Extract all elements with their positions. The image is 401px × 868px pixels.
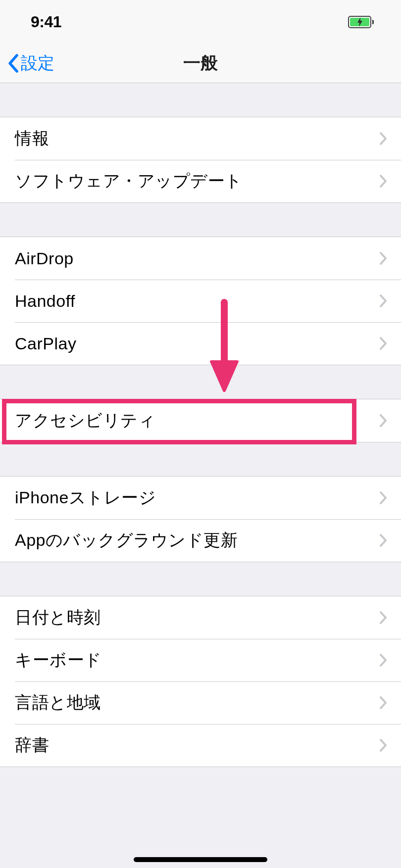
group-spacer [0, 562, 401, 596]
page-title: 一般 [183, 51, 218, 75]
chevron-right-icon [379, 414, 387, 428]
chevron-left-icon [7, 53, 19, 73]
row-label: アクセシビリティ [15, 409, 155, 432]
chevron-right-icon [379, 251, 387, 265]
group-spacer [0, 83, 401, 117]
chevron-right-icon [379, 738, 387, 752]
row-background-app-refresh[interactable]: Appのバックグラウンド更新 [0, 519, 401, 562]
row-label: iPhoneストレージ [15, 486, 156, 509]
chevron-right-icon [379, 653, 387, 667]
row-about[interactable]: 情報 [0, 117, 401, 160]
battery-indicator [348, 16, 374, 28]
settings-group-4: iPhoneストレージ Appのバックグラウンド更新 [0, 476, 401, 562]
row-label: 日付と時刻 [15, 606, 101, 629]
group-spacer [0, 203, 401, 237]
row-label: CarPlay [15, 334, 76, 353]
row-language-region[interactable]: 言語と地域 [0, 681, 401, 724]
status-time: 9:41 [31, 13, 61, 31]
row-label: 辞書 [15, 734, 49, 757]
chevron-right-icon [379, 294, 387, 308]
home-indicator[interactable] [134, 857, 267, 862]
row-dictionary[interactable]: 辞書 [0, 724, 401, 767]
navigation-bar: 設定 一般 [0, 44, 401, 83]
row-label: 言語と地域 [15, 691, 101, 714]
settings-group-3: アクセシビリティ [0, 399, 401, 442]
row-iphone-storage[interactable]: iPhoneストレージ [0, 477, 401, 519]
row-label: 情報 [15, 127, 49, 150]
row-label: Appのバックグラウンド更新 [15, 529, 238, 552]
row-accessibility[interactable]: アクセシビリティ [0, 399, 401, 442]
row-software-update[interactable]: ソフトウェア・アップデート [0, 160, 401, 202]
chevron-right-icon [379, 533, 387, 547]
row-label: AirDrop [15, 249, 74, 268]
row-keyboard[interactable]: キーボード [0, 639, 401, 681]
back-label: 設定 [21, 52, 54, 75]
chevron-right-icon [379, 174, 387, 188]
battery-charging-icon [356, 17, 363, 27]
row-date-time[interactable]: 日付と時刻 [0, 596, 401, 639]
settings-content[interactable]: 情報 ソフトウェア・アップデート AirDrop Handoff CarPlay… [0, 83, 401, 868]
row-label: キーボード [15, 649, 102, 672]
group-spacer [0, 365, 401, 399]
row-label: Handoff [15, 291, 75, 311]
row-carplay[interactable]: CarPlay [0, 322, 401, 365]
chevron-right-icon [379, 696, 387, 710]
row-label: ソフトウェア・アップデート [15, 170, 243, 193]
chevron-right-icon [379, 132, 387, 145]
settings-group-1: 情報 ソフトウェア・アップデート [0, 117, 401, 203]
settings-group-5: 日付と時刻 キーボード 言語と地域 辞書 [0, 596, 401, 767]
chevron-right-icon [379, 491, 387, 505]
settings-group-2: AirDrop Handoff CarPlay [0, 237, 401, 365]
row-airdrop[interactable]: AirDrop [0, 237, 401, 280]
chevron-right-icon [379, 611, 387, 625]
row-handoff[interactable]: Handoff [0, 280, 401, 322]
group-spacer [0, 442, 401, 476]
status-bar: 9:41 [0, 0, 401, 44]
back-button[interactable]: 設定 [0, 44, 54, 83]
chevron-right-icon [379, 337, 387, 350]
